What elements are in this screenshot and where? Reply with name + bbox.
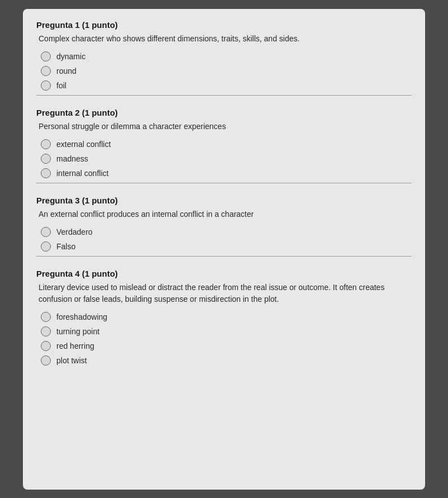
option-label-2-2: madness <box>56 154 88 163</box>
option-label-4-2: turning point <box>56 327 99 336</box>
option-item-2-3[interactable]: internal conflict <box>41 168 412 178</box>
radio-circle-2-2[interactable] <box>41 154 51 164</box>
option-label-2-3: internal conflict <box>56 169 108 178</box>
question-block-2: Pregunta 2 (1 punto)Personal struggle or… <box>36 108 412 183</box>
question-text-1: Complex character who shows different di… <box>36 33 412 45</box>
quiz-container: Pregunta 1 (1 punto)Complex character wh… <box>23 9 425 490</box>
divider-3 <box>36 256 412 257</box>
radio-circle-2-1[interactable] <box>41 139 51 149</box>
question-title-1: Pregunta 1 (1 punto) <box>36 20 412 30</box>
radio-circle-1-2[interactable] <box>41 66 51 76</box>
option-item-3-1[interactable]: Verdadero <box>41 227 412 237</box>
option-label-4-3: red herring <box>56 342 94 350</box>
option-label-3-2: Falso <box>56 242 75 251</box>
option-item-4-2[interactable]: turning point <box>41 326 412 336</box>
question-text-2: Personal struggle or dilemma a character… <box>36 121 412 132</box>
option-item-4-4[interactable]: plot twist <box>41 355 412 366</box>
option-item-2-1[interactable]: external conflict <box>41 139 412 149</box>
radio-circle-4-1[interactable] <box>41 312 51 322</box>
option-label-4-4: plot twist <box>56 356 87 365</box>
divider-2 <box>36 183 412 183</box>
radio-circle-4-2[interactable] <box>41 326 51 336</box>
options-list-4: foreshadowingturning pointred herringplo… <box>36 312 412 366</box>
options-list-3: VerdaderoFalso <box>36 227 412 252</box>
question-title-3: Pregunta 3 (1 punto) <box>36 196 412 205</box>
option-item-4-3[interactable]: red herring <box>41 341 412 351</box>
radio-circle-1-1[interactable] <box>41 51 51 61</box>
option-item-1-2[interactable]: round <box>41 66 412 76</box>
question-title-2: Pregunta 2 (1 punto) <box>36 108 412 117</box>
option-label-3-1: Verdadero <box>56 227 93 236</box>
option-item-1-1[interactable]: dynamic <box>41 51 412 61</box>
question-text-4: Literary device used to mislead or distr… <box>36 282 412 305</box>
option-label-1-3: foil <box>56 81 66 90</box>
divider-1 <box>36 95 412 96</box>
option-label-2-1: external conflict <box>56 140 111 149</box>
question-block-1: Pregunta 1 (1 punto)Complex character wh… <box>36 20 412 96</box>
option-item-3-2[interactable]: Falso <box>41 241 412 252</box>
option-item-4-1[interactable]: foreshadowing <box>41 312 412 322</box>
option-item-2-2[interactable]: madness <box>41 154 412 164</box>
radio-circle-4-3[interactable] <box>41 341 51 351</box>
question-text-3: An external conflict produces an interna… <box>36 208 412 220</box>
radio-circle-3-1[interactable] <box>41 227 51 237</box>
radio-circle-2-3[interactable] <box>41 168 51 178</box>
option-label-1-2: round <box>56 67 77 75</box>
option-item-1-3[interactable]: foil <box>41 80 412 91</box>
question-title-4: Pregunta 4 (1 punto) <box>36 269 412 278</box>
option-label-1-1: dynamic <box>56 52 85 61</box>
radio-circle-4-4[interactable] <box>41 355 51 366</box>
option-label-4-1: foreshadowing <box>56 312 107 321</box>
options-list-1: dynamicroundfoil <box>36 51 412 91</box>
question-block-3: Pregunta 3 (1 punto)An external conflict… <box>36 196 412 257</box>
question-block-4: Pregunta 4 (1 punto)Literary device used… <box>36 269 412 366</box>
options-list-2: external conflictmadnessinternal conflic… <box>36 139 412 178</box>
radio-circle-1-3[interactable] <box>41 80 51 91</box>
radio-circle-3-2[interactable] <box>41 241 51 252</box>
